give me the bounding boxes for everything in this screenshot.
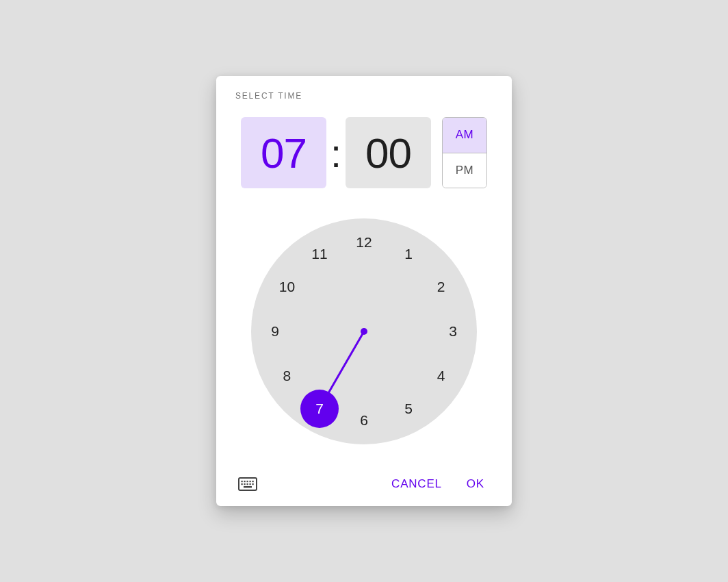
- svg-rect-9: [250, 483, 251, 485]
- clock-face[interactable]: 121234567891011: [251, 218, 477, 444]
- svg-rect-6: [242, 483, 243, 485]
- am-button[interactable]: AM: [443, 118, 486, 153]
- pm-button[interactable]: PM: [443, 153, 486, 188]
- clock-hour-4[interactable]: 4: [428, 362, 455, 390]
- svg-rect-11: [244, 486, 252, 488]
- svg-rect-2: [244, 481, 246, 482]
- clock-hour-8[interactable]: 8: [273, 362, 300, 390]
- clock-hour-7[interactable]: 7: [306, 395, 333, 422]
- ampm-toggle: AM PM: [442, 117, 487, 188]
- time-separator: :: [326, 117, 346, 188]
- clock-hour-5[interactable]: 5: [395, 395, 422, 422]
- time-picker-dialog: SELECT TIME 07 : 00 AM PM 12123456789101…: [216, 76, 512, 506]
- minute-field[interactable]: 00: [346, 117, 431, 188]
- clock-pivot: [361, 328, 367, 335]
- clock-hour-9[interactable]: 9: [261, 318, 289, 345]
- svg-rect-8: [247, 483, 248, 485]
- dialog-title: SELECT TIME: [235, 91, 493, 101]
- svg-rect-4: [250, 481, 251, 482]
- svg-rect-1: [242, 481, 243, 482]
- svg-rect-3: [247, 481, 248, 482]
- clock-hour-10[interactable]: 10: [273, 273, 300, 301]
- clock-hour-2[interactable]: 2: [428, 273, 455, 301]
- keyboard-icon[interactable]: [235, 475, 260, 494]
- time-display-row: 07 : 00 AM PM: [235, 117, 493, 188]
- ok-button[interactable]: OK: [458, 472, 493, 496]
- clock-hour-1[interactable]: 1: [395, 240, 422, 268]
- dialog-actions: CANCEL OK: [235, 472, 493, 496]
- clock-hour-11[interactable]: 11: [306, 240, 333, 268]
- svg-rect-5: [252, 481, 254, 482]
- clock-hour-12[interactable]: 12: [350, 229, 378, 256]
- hour-field[interactable]: 07: [241, 117, 326, 188]
- svg-rect-10: [252, 483, 254, 485]
- cancel-button[interactable]: CANCEL: [383, 472, 450, 496]
- clock-hour-3[interactable]: 3: [439, 318, 467, 345]
- svg-rect-7: [244, 483, 246, 485]
- clock-hour-6[interactable]: 6: [350, 407, 378, 434]
